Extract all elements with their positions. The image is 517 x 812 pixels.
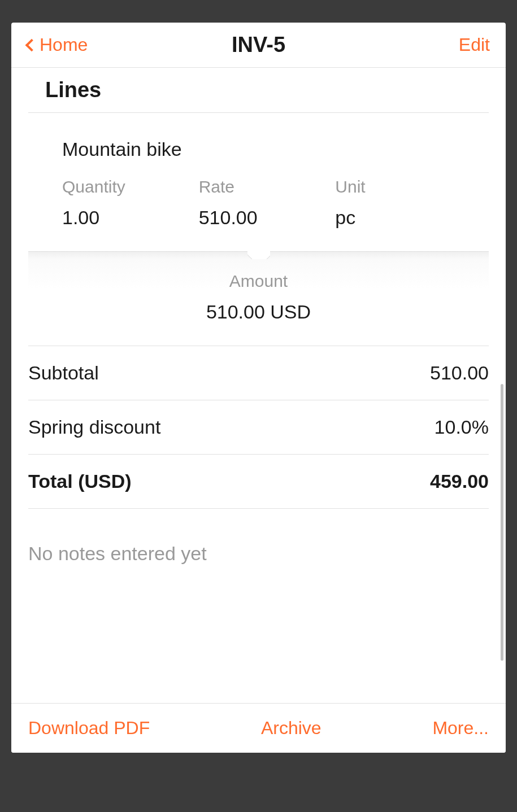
quantity-column: Quantity 1.00: [62, 177, 199, 229]
bottom-toolbar: Download PDF Archive More...: [11, 703, 506, 753]
back-button[interactable]: Home: [27, 34, 88, 55]
discount-row: Spring discount 10.0%: [28, 400, 489, 454]
discount-label: Spring discount: [28, 416, 160, 438]
line-item[interactable]: Mountain bike Quantity 1.00 Rate 510.00 …: [28, 113, 489, 229]
quantity-label: Quantity: [62, 177, 199, 197]
line-item-details: Quantity 1.00 Rate 510.00 Unit pc: [62, 177, 472, 229]
edit-button[interactable]: Edit: [459, 34, 490, 55]
subtotal-value: 510.00: [430, 362, 489, 384]
navigation-bar: Home INV-5 Edit: [11, 23, 506, 68]
line-item-name: Mountain bike: [62, 138, 472, 160]
content-area: Lines Mountain bike Quantity 1.00 Rate 5…: [11, 68, 506, 599]
section-header-lines: Lines: [28, 68, 489, 113]
scrollbar-icon[interactable]: [501, 384, 503, 661]
more-button[interactable]: More...: [432, 718, 489, 739]
amount-section: Amount 510.00 USD: [28, 251, 489, 346]
amount-label: Amount: [28, 272, 489, 291]
discount-value: 10.0%: [435, 416, 489, 438]
quantity-value: 1.00: [62, 207, 199, 229]
chevron-left-icon: [25, 38, 38, 51]
archive-button[interactable]: Archive: [261, 718, 322, 739]
unit-column: Unit pc: [335, 177, 472, 229]
download-pdf-button[interactable]: Download PDF: [28, 718, 150, 739]
total-value: 459.00: [430, 470, 489, 492]
rate-column: Rate 510.00: [199, 177, 336, 229]
rate-label: Rate: [199, 177, 336, 197]
unit-value: pc: [335, 207, 472, 229]
rate-value: 510.00: [199, 207, 336, 229]
total-row: Total (USD) 459.00: [28, 454, 489, 509]
total-label: Total (USD): [28, 470, 132, 492]
invoice-detail-screen: Home INV-5 Edit Lines Mountain bike Quan…: [11, 23, 506, 753]
notes-placeholder[interactable]: No notes entered yet: [11, 509, 506, 599]
amount-value: 510.00 USD: [28, 301, 489, 323]
unit-label: Unit: [335, 177, 472, 197]
subtotal-label: Subtotal: [28, 362, 99, 384]
page-title: INV-5: [232, 33, 285, 57]
notch-indicator-icon: [247, 251, 270, 259]
subtotal-row: Subtotal 510.00: [28, 346, 489, 400]
back-label: Home: [40, 34, 88, 55]
